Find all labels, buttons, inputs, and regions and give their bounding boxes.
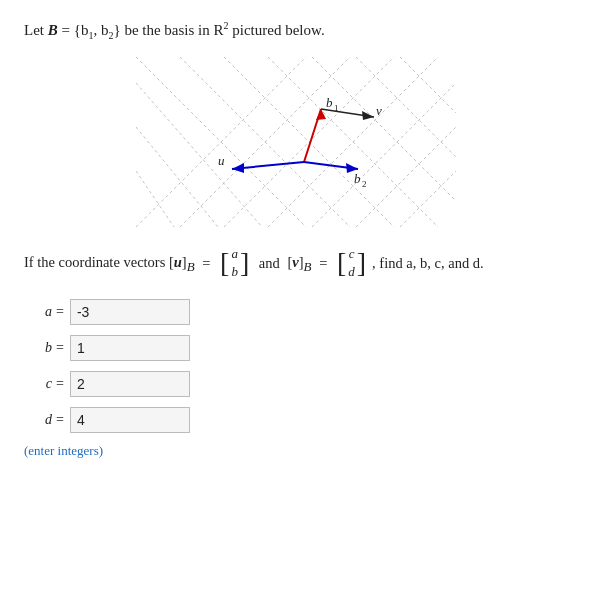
input-c[interactable] xyxy=(70,371,190,397)
grid-lines xyxy=(136,57,456,227)
label-c: c xyxy=(24,376,52,392)
svg-line-6 xyxy=(400,171,456,227)
input-b[interactable] xyxy=(70,335,190,361)
inputs-container: a = b = c = d = xyxy=(24,299,568,433)
label-d: d xyxy=(24,412,52,428)
svg-line-11 xyxy=(312,57,456,201)
v-label: v xyxy=(376,103,382,118)
b1-arrowhead xyxy=(316,109,326,120)
eq-a: = xyxy=(56,304,64,320)
b2-subscript: 2 xyxy=(362,179,367,189)
b2-label: b xyxy=(354,171,361,186)
input-row-a: a = xyxy=(24,299,568,325)
input-row-d: d = xyxy=(24,407,568,433)
u-label: u xyxy=(218,153,225,168)
input-a[interactable] xyxy=(70,299,190,325)
svg-line-13 xyxy=(400,57,456,113)
svg-line-14 xyxy=(136,83,262,227)
input-d[interactable] xyxy=(70,407,190,433)
problem-title: Let B = {b1, b2} be the basis in R2 pict… xyxy=(24,18,568,43)
svg-line-16 xyxy=(136,171,174,227)
svg-line-12 xyxy=(356,57,456,157)
input-row-c: c = xyxy=(24,371,568,397)
matrix-v: [ c d ] xyxy=(337,245,366,281)
question-text: If the coordinate vectors [u]B = [ a b ]… xyxy=(24,245,568,281)
svg-line-15 xyxy=(136,127,218,227)
label-a: a xyxy=(24,304,52,320)
enter-note: (enter integers) xyxy=(24,443,568,459)
eq-c: = xyxy=(56,376,64,392)
input-row-b: b = xyxy=(24,335,568,361)
matrix-u: [ a b ] xyxy=(220,245,249,281)
label-b: b xyxy=(24,340,52,356)
eq-b: = xyxy=(56,340,64,356)
diagram-svg: b 1 b 2 u v xyxy=(136,57,456,227)
v-arrowhead xyxy=(362,111,374,120)
b1-label: b xyxy=(326,95,333,110)
eq-d: = xyxy=(56,412,64,428)
basis-diagram: b 1 b 2 u v xyxy=(136,57,456,227)
